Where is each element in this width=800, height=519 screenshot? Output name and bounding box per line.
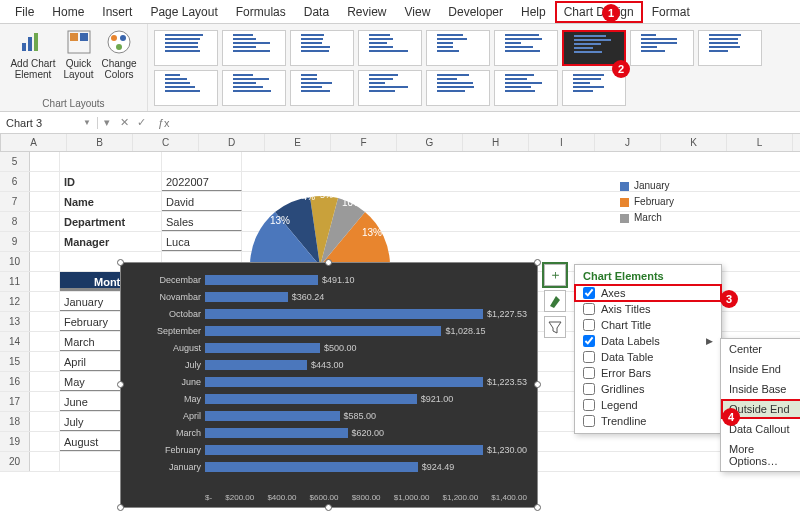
tab-view[interactable]: View [396,1,440,23]
add-chart-element-button[interactable]: Add ChartElement [10,28,55,80]
row-header[interactable]: 6 [0,172,30,191]
fx-cancel-icon[interactable]: ✕ [116,116,133,129]
chart-element-option[interactable]: Trendline [575,413,721,429]
row-header[interactable]: 11 [0,272,30,291]
chart-style-thumb[interactable] [290,70,354,106]
chart-style-thumb[interactable] [630,30,694,66]
row-header[interactable]: 9 [0,232,30,251]
fx-enter-icon[interactable]: ✓ [133,116,150,129]
change-colors-button[interactable]: ChangeColors [102,28,137,80]
chart-element-checkbox[interactable] [583,383,595,395]
tab-data[interactable]: Data [295,1,338,23]
chart-element-checkbox[interactable] [583,335,595,347]
chart-element-label: Error Bars [601,367,651,379]
row-header[interactable]: 19 [0,432,30,451]
name-box[interactable]: Chart 3▼ [0,117,98,129]
chart-style-thumb[interactable] [154,70,218,106]
chart-element-checkbox[interactable] [583,319,595,331]
column-header[interactable]: I [529,134,595,151]
info-label[interactable]: Manager [60,232,162,251]
tab-review[interactable]: Review [338,1,395,23]
chart-style-thumb[interactable] [222,30,286,66]
callout-4: 4 [722,408,740,426]
submenu-item[interactable]: Inside Base [721,379,800,399]
info-value[interactable]: Luca [162,232,242,251]
row-header[interactable]: 12 [0,292,30,311]
tab-chart-design[interactable]: Chart Design [555,1,643,23]
tab-formulas[interactable]: Formulas [227,1,295,23]
chart-style-thumb[interactable] [222,70,286,106]
chart-element-option[interactable]: Axis Titles [575,301,721,317]
chart-element-checkbox[interactable] [583,399,595,411]
chart-element-option[interactable]: Axes [575,285,721,301]
chart-style-thumb[interactable] [494,70,558,106]
tab-help[interactable]: Help [512,1,555,23]
chart-element-checkbox[interactable] [583,303,595,315]
chart-element-option[interactable]: Data Labels▶ [575,333,721,349]
chart-style-thumb[interactable] [290,30,354,66]
info-value[interactable]: 2022007 [162,172,242,191]
chart-style-thumb[interactable] [494,30,558,66]
column-header[interactable]: C [133,134,199,151]
column-header[interactable]: B [67,134,133,151]
tab-insert[interactable]: Insert [93,1,141,23]
chart-style-thumb[interactable] [426,70,490,106]
chart-style-thumb[interactable] [154,30,218,66]
chart-filters-button[interactable] [544,316,566,338]
quick-layout-button[interactable]: QuickLayout [63,28,93,80]
chart-element-option[interactable]: Data Table [575,349,721,365]
chart-style-thumb[interactable] [426,30,490,66]
tab-file[interactable]: File [6,1,43,23]
tab-developer[interactable]: Developer [439,1,512,23]
column-header[interactable]: F [331,134,397,151]
row-header[interactable]: 14 [0,332,30,351]
tab-format[interactable]: Format [643,1,699,23]
chart-element-option[interactable]: Gridlines [575,381,721,397]
submenu-item[interactable]: Inside End [721,359,800,379]
submenu-item[interactable]: More Options… [721,439,800,471]
column-header[interactable]: L [727,134,793,151]
tab-page-layout[interactable]: Page Layout [141,1,226,23]
info-label[interactable]: ID [60,172,162,191]
chart-style-thumb[interactable] [358,30,422,66]
chart-styles-gallery[interactable] [148,24,800,111]
column-header[interactable]: A [1,134,67,151]
info-label[interactable]: Name [60,192,162,211]
row-header[interactable]: 10 [0,252,30,271]
column-header[interactable]: K [661,134,727,151]
info-value[interactable]: Sales [162,212,242,231]
chart-element-checkbox[interactable] [583,287,595,299]
column-header[interactable]: E [265,134,331,151]
chart-element-checkbox[interactable] [583,351,595,363]
chart-element-option[interactable]: Legend [575,397,721,413]
submenu-item[interactable]: Center [721,339,800,359]
column-header[interactable]: D [199,134,265,151]
chart-element-option[interactable]: Chart Title [575,317,721,333]
row-header[interactable]: 20 [0,452,30,471]
column-header[interactable]: G [397,134,463,151]
row-header[interactable]: 7 [0,192,30,211]
chart-element-checkbox[interactable] [583,415,595,427]
row-header[interactable]: 17 [0,392,30,411]
row-header[interactable]: 5 [0,152,30,171]
bar-chart-object[interactable]: Decembar$491.10Novambar$360.24Octobar$1,… [120,262,538,508]
column-header[interactable]: J [595,134,661,151]
column-header[interactable]: M [793,134,800,151]
row-header[interactable]: 15 [0,352,30,371]
chart-element-option[interactable]: Error Bars [575,365,721,381]
row-header[interactable]: 13 [0,312,30,331]
row-header[interactable]: 16 [0,372,30,391]
chart-style-thumb[interactable] [698,30,762,66]
column-header[interactable]: H [463,134,529,151]
chart-element-checkbox[interactable] [583,367,595,379]
row-header[interactable]: 8 [0,212,30,231]
row-header[interactable]: 18 [0,412,30,431]
chart-style-thumb[interactable] [358,70,422,106]
chart-styles-button[interactable] [544,290,566,312]
info-label[interactable]: Department [60,212,162,231]
fx-decrease-icon[interactable]: ▾ [98,116,116,129]
bar-value-label: $1,223.53 [487,377,527,387]
tab-home[interactable]: Home [43,1,93,23]
chart-elements-button[interactable]: ＋ [544,264,566,286]
info-value[interactable]: David [162,192,242,211]
